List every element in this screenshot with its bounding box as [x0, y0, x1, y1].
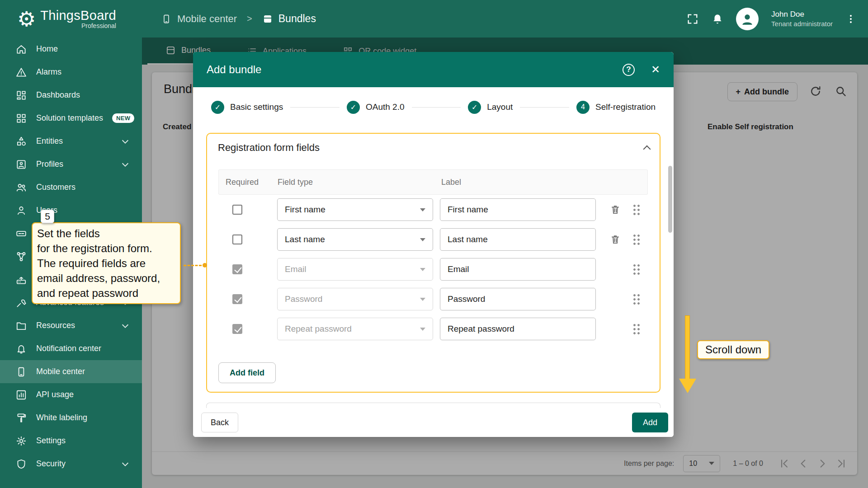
avatar[interactable] [736, 8, 759, 30]
sidebar-item-customers[interactable]: Customers [0, 176, 142, 199]
next-page-icon[interactable] [816, 458, 828, 469]
breadcrumb: Mobile center > Bundles [161, 13, 316, 25]
integrations-icon [15, 228, 27, 239]
step-oauth[interactable]: ✓ OAuth 2.0 [347, 101, 405, 114]
step-done-check-icon: ✓ [347, 101, 360, 114]
chevron-up-icon[interactable] [643, 145, 651, 153]
page-size-value: 10 [689, 460, 697, 468]
breadcrumb-page: Bundles [278, 13, 316, 25]
close-icon[interactable]: ✕ [651, 64, 660, 75]
drag-handle-icon[interactable] [632, 323, 640, 335]
step-basic-settings[interactable]: ✓ Basic settings [211, 101, 283, 114]
help-icon[interactable]: ? [623, 64, 635, 76]
sidebar-item-settings[interactable]: Settings [0, 429, 142, 452]
drag-handle-icon[interactable] [632, 293, 640, 305]
add-bundle-button[interactable]: + Add bundle [727, 82, 798, 101]
sidebar-item-label: Home [36, 44, 58, 54]
notifications-bell-icon[interactable] [712, 13, 723, 25]
required-checkbox [232, 324, 242, 334]
sidebar-item-security[interactable]: Security [0, 452, 142, 475]
search-icon[interactable] [835, 85, 847, 98]
sidebar-item-label: Mobile center [36, 367, 85, 376]
sidebar-item-mobile-center[interactable]: Mobile center [0, 360, 142, 383]
add-button[interactable]: Add [632, 413, 668, 432]
sidebar-item-solution-templates[interactable]: Solution templates NEW [0, 107, 142, 130]
more-menu-icon[interactable] [845, 14, 856, 24]
sidebar-item-profiles[interactable]: Profiles [0, 153, 142, 176]
resources-folder-icon [15, 320, 27, 332]
field-label-input[interactable] [440, 198, 596, 221]
dropdown-caret-icon [420, 328, 425, 331]
sidebar-item-api-usage[interactable]: API usage [0, 383, 142, 406]
step-done-check-icon: ✓ [468, 101, 481, 114]
bundles-icon [262, 14, 273, 24]
scrollbar-thumb[interactable] [668, 166, 672, 233]
edge-management-icon [15, 274, 27, 286]
field-type-select[interactable]: Last name [277, 228, 433, 251]
delete-field-icon[interactable] [609, 234, 621, 245]
sidebar-item-label: Alarms [36, 67, 61, 77]
sidebar-item-label: Profiles [36, 160, 63, 169]
sidebar-item-users[interactable]: Users [0, 199, 142, 222]
field-label-input[interactable] [440, 288, 596, 310]
field-label-input[interactable] [440, 318, 596, 340]
drag-handle-icon[interactable] [632, 263, 640, 276]
api-usage-icon [15, 389, 27, 401]
previous-page-icon[interactable] [797, 458, 809, 469]
chevron-down-icon [122, 321, 128, 328]
first-page-icon[interactable] [778, 458, 790, 469]
sidebar-item-notification-center[interactable]: Notification center [0, 337, 142, 360]
refresh-icon[interactable] [809, 85, 822, 98]
user-role: Tenant administrator [771, 19, 833, 28]
brand: ⚙ ThingsBoard Professional [0, 8, 142, 29]
profiles-icon [15, 159, 27, 170]
breadcrumb-separator: > [247, 14, 252, 24]
field-label-input[interactable] [440, 228, 596, 251]
required-checkbox [232, 294, 242, 304]
sidebar-item-dashboards[interactable]: Dashboards [0, 84, 142, 107]
tutorial-connector-dot [203, 263, 207, 267]
step-connector [290, 107, 340, 108]
registration-form-fields-section: Registration form fields Required Field … [206, 133, 660, 393]
field-type-value: Repeat password [285, 324, 352, 334]
tutorial-connector-line [184, 265, 202, 266]
sidebar-item-label: Settings [36, 436, 66, 446]
user-name: John Doe [771, 9, 833, 19]
dropdown-caret-icon [709, 462, 714, 465]
pagination-nav [778, 458, 847, 469]
drag-handle-icon[interactable] [632, 204, 640, 216]
sidebar-item-home[interactable]: Home [0, 38, 142, 61]
add-field-button[interactable]: Add field [218, 362, 276, 383]
step-self-registration[interactable]: 4 Self-registration [576, 101, 656, 114]
alarm-warning-icon [15, 66, 27, 78]
sidebar-item-white-labeling[interactable]: White labeling [0, 406, 142, 429]
fullscreen-icon[interactable] [686, 13, 699, 25]
new-badge: NEW [112, 113, 134, 123]
back-button[interactable]: Back [201, 413, 238, 432]
field-label-input[interactable] [440, 258, 596, 281]
column-label: Label [441, 178, 461, 187]
sidebar-item-entities[interactable]: Entities [0, 130, 142, 153]
notification-center-icon [15, 343, 27, 355]
step-number-badge: 4 [576, 101, 590, 114]
required-checkbox[interactable] [232, 205, 242, 215]
breadcrumb-section[interactable]: Mobile center [177, 13, 237, 25]
sidebar-item-resources[interactable]: Resources [0, 314, 142, 337]
step-layout[interactable]: ✓ Layout [468, 101, 513, 114]
form-field-row: First name [218, 195, 648, 225]
last-page-icon[interactable] [835, 458, 847, 469]
field-type-select[interactable]: First name [277, 198, 433, 221]
form-field-row: Last name [218, 225, 648, 254]
sidebar-item-label: Solution templates [36, 113, 103, 123]
column-field-type: Field type [278, 178, 441, 187]
page-size-select[interactable]: 10 [683, 455, 720, 472]
sidebar-item-label: Entities [36, 136, 63, 146]
entities-icon [15, 136, 27, 147]
sidebar-item-alarms[interactable]: Alarms [0, 61, 142, 84]
field-type-value: First name [285, 205, 326, 215]
delete-field-icon[interactable] [609, 204, 621, 216]
brand-name: ThingsBoard [40, 8, 116, 23]
drag-handle-icon[interactable] [632, 234, 640, 246]
required-checkbox[interactable] [232, 235, 242, 244]
required-checkbox [232, 264, 242, 274]
